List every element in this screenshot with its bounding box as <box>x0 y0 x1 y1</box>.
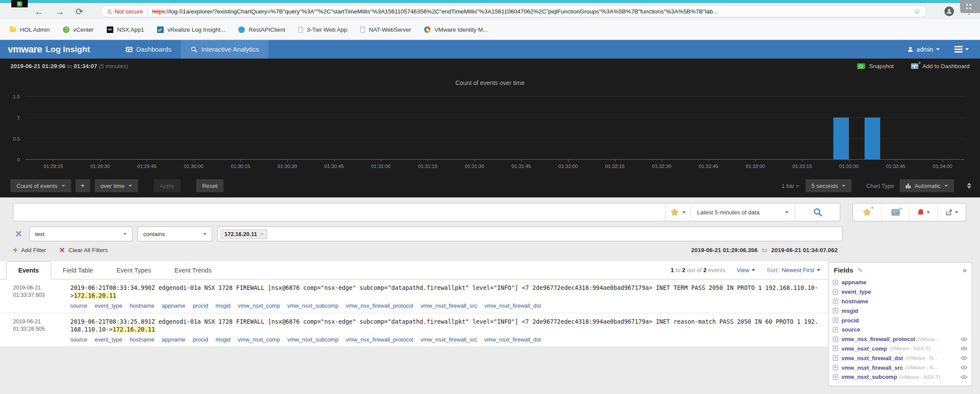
bookmark-item[interactable]: HOL Admin <box>10 26 50 33</box>
event-field-link[interactable]: vmw_nsxt_comp <box>238 302 280 309</box>
eye-icon[interactable] <box>960 346 967 351</box>
event-field-link[interactable]: vmw_nsx_firewall_protocol <box>346 336 413 343</box>
field-item[interactable]: + appname <box>833 278 967 287</box>
event-field-link[interactable]: vmw_nsxt_subcomp <box>287 336 339 343</box>
add-chart-to-dashboard-button[interactable]: + <box>881 204 909 221</box>
field-item[interactable]: + msgid <box>833 306 967 315</box>
field-item[interactable]: + event_type <box>833 287 967 297</box>
event-field-link[interactable]: vmw_nsxt_firewall_src <box>421 336 477 343</box>
clear-all-filters-button[interactable]: ✕ Clear All Filters <box>59 246 108 254</box>
event-field-link[interactable]: procid <box>193 336 208 343</box>
reload-icon[interactable]: ⟳ <box>76 7 83 16</box>
back-icon[interactable]: ← <box>35 7 44 16</box>
filter-value-input[interactable]: 172.16.20.11 × <box>217 227 842 241</box>
save-favorite-button[interactable]: + <box>853 204 881 221</box>
event-field-link[interactable]: msgid <box>215 302 230 309</box>
event-field-link[interactable]: appname <box>162 302 185 309</box>
favorite-query-dropdown[interactable] <box>665 204 691 221</box>
event-field-link[interactable]: appname <box>162 336 185 343</box>
bookmark-item[interactable]: 3-Tier Web App <box>298 26 347 33</box>
collapse-panel-icon[interactable]: » <box>963 266 967 274</box>
expand-field-icon[interactable]: + <box>833 308 838 313</box>
field-item[interactable]: + vmw_nsxt_subcomp (VMware - NSX-T) <box>833 372 967 382</box>
field-name[interactable]: hostname <box>842 298 868 305</box>
expand-field-icon[interactable]: + <box>833 280 838 285</box>
profile-avatar[interactable] <box>944 7 954 16</box>
search-button[interactable] <box>795 204 840 221</box>
export-share-button[interactable] <box>937 204 966 221</box>
field-item[interactable]: + vmw_nsxt_firewall_dst (VMware - N... <box>833 353 967 363</box>
event-row[interactable]: 2019-06-21 01:33:37.603 2019-06-21T08:33… <box>0 279 828 313</box>
eye-icon[interactable] <box>960 375 967 379</box>
bookmark-item[interactable]: vCenter <box>63 26 94 33</box>
collapse-chart-button[interactable] <box>967 183 971 189</box>
chart-bar[interactable] <box>865 118 880 160</box>
field-item[interactable]: + vmw_nsx_firewall_protocol (VMwar... <box>833 335 967 344</box>
event-field-link[interactable]: procid <box>193 302 208 309</box>
expand-field-icon[interactable]: + <box>833 355 838 361</box>
event-row[interactable]: 2019-06-21 01:33:28.505 2019-06-21T08:33… <box>0 313 828 347</box>
event-field-link[interactable]: vmw_nsxt_subcomp <box>287 302 339 309</box>
not-secure-label[interactable]: Not secure <box>115 8 143 15</box>
field-item[interactable]: + vmw_nsxt_firewall_src (VMware - N... <box>833 363 967 372</box>
filter-operator-select[interactable]: contains <box>138 227 212 241</box>
groupby-dropdown[interactable]: over time <box>95 179 138 192</box>
add-function-button[interactable]: + <box>76 179 90 192</box>
event-field-link[interactable]: source <box>70 302 87 309</box>
bookmark-item[interactable]: NAT-WebServer <box>360 26 411 33</box>
chip-remove-icon[interactable]: × <box>260 231 263 237</box>
tab-dashboards[interactable]: Dashboards <box>116 40 181 59</box>
event-field-link[interactable]: source <box>70 336 87 343</box>
view-dropdown[interactable]: View <box>737 267 755 273</box>
chart-bar[interactable] <box>833 118 849 160</box>
apply-button[interactable]: Apply <box>154 179 181 192</box>
field-name[interactable]: vmw_nsxt_comp <box>842 345 887 352</box>
time-range-dropdown[interactable]: Latest 5 minutes of data <box>691 204 795 221</box>
field-name[interactable]: source <box>842 326 860 333</box>
field-name[interactable]: msgid <box>842 308 858 314</box>
create-alert-button[interactable] <box>909 204 937 221</box>
field-item[interactable]: + procid <box>833 315 967 325</box>
edit-fields-icon[interactable]: ✎ <box>858 266 863 274</box>
filter-field-select[interactable]: text <box>30 227 132 241</box>
field-name[interactable]: procid <box>842 317 859 324</box>
add-to-dashboard-button[interactable]: + Add to Dashboard <box>911 63 970 69</box>
expand-field-icon[interactable]: + <box>833 318 838 323</box>
sort-control[interactable]: Sort: Newest First <box>766 267 820 273</box>
expand-field-icon[interactable]: + <box>833 346 838 351</box>
bookmark-item[interactable]: VMware Identity M... <box>424 26 488 33</box>
tab-event-trends[interactable]: Event Trends <box>163 261 223 279</box>
remove-filter-icon[interactable]: ✕ <box>13 229 24 239</box>
event-field-link[interactable]: vmw_nsxt_firewall_dst <box>484 302 541 309</box>
bookmark-item[interactable]: NSX NSX App1 <box>107 26 144 33</box>
main-menu-button[interactable] <box>954 46 969 53</box>
eye-icon[interactable] <box>960 356 967 360</box>
event-field-link[interactable]: hostname <box>130 336 155 343</box>
tab-field-table[interactable]: Field Table <box>51 261 105 279</box>
bookmark-star-icon[interactable]: ☆ <box>914 7 921 16</box>
add-filter-button[interactable]: + Add Filter <box>13 246 46 255</box>
field-name[interactable]: event_type <box>842 289 871 295</box>
tab-interactive-analytics[interactable]: Interactive Analytics <box>181 40 269 59</box>
event-field-link[interactable]: vmw_nsx_firewall_protocol <box>346 302 413 309</box>
expand-field-icon[interactable]: + <box>833 299 838 304</box>
url-text[interactable]: https://log-01a/explorer/?existingChartQ… <box>152 8 910 15</box>
address-bar[interactable]: ⚠ Not secure https://log-01a/explorer/?e… <box>101 5 927 17</box>
event-field-link[interactable]: vmw_nsxt_firewall_dst <box>484 336 541 343</box>
field-name[interactable]: vmw_nsx_firewall_protocol <box>842 336 915 342</box>
bookmark-item[interactable]: RestAPIClient <box>238 26 285 33</box>
event-field-link[interactable]: hostname <box>130 302 155 309</box>
eye-icon[interactable] <box>960 365 967 370</box>
interval-dropdown[interactable]: 5 seconds <box>806 179 852 192</box>
forward-icon[interactable]: → <box>55 7 64 16</box>
bookmark-item[interactable]: vRealize Log Insight... <box>157 26 225 33</box>
field-name[interactable]: vmw_nsxt_firewall_dst <box>842 355 903 361</box>
event-field-link[interactable]: vmw_nsxt_comp <box>238 336 280 343</box>
tab-events[interactable]: Events <box>6 261 51 279</box>
event-field-link[interactable]: msgid <box>215 336 230 343</box>
chart-type-dropdown[interactable]: Automatic <box>900 179 954 192</box>
field-name[interactable]: vmw_nsxt_subcomp <box>842 374 897 380</box>
snapshot-button[interactable]: Snapshot <box>857 63 894 69</box>
event-field-link[interactable]: event_type <box>95 302 122 309</box>
tab-event-types[interactable]: Event Types <box>105 261 163 279</box>
